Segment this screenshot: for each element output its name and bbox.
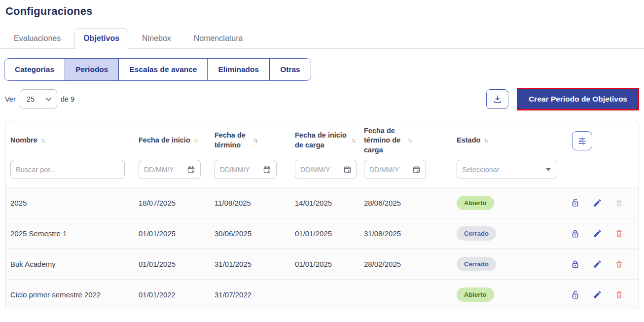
cell-fecha-termino: 31/01/2025: [215, 260, 295, 268]
page-size-select[interactable]: 25: [20, 89, 57, 109]
cell-fecha-termino-carga: 28/06/2025: [364, 199, 457, 207]
delete-icon[interactable]: [614, 229, 624, 238]
column-header-fecha-inicio-carga[interactable]: Fecha de inicio de carga ↑↓: [295, 131, 364, 150]
edit-icon[interactable]: [593, 229, 602, 238]
table-row[interactable]: Buk Academy 01/01/2025 31/01/2025 01/01/…: [5, 249, 639, 279]
toolbar: Ver 25 de 9 Crear Periodo de Objetivos: [5, 88, 639, 110]
chevron-down-icon: [45, 97, 52, 102]
delete-icon[interactable]: [614, 290, 624, 299]
cell-nombre: 2025 Semestre 1: [10, 229, 139, 238]
sort-icon[interactable]: ↑↓: [484, 138, 488, 143]
fecha-termino-carga-date-input[interactable]: [369, 166, 407, 174]
table-filter-row: Seleccionar: [5, 160, 639, 187]
page-size-value: 25: [27, 95, 35, 103]
cell-nombre: Buk Academy: [10, 260, 139, 268]
cell-fecha-inicio: 18/07/2025: [139, 199, 215, 207]
column-header-fecha-termino[interactable]: Fecha de término ↑↓: [215, 131, 295, 150]
sort-icon[interactable]: ↑↓: [253, 138, 257, 143]
lock-icon[interactable]: [571, 198, 580, 208]
subtab-eliminados[interactable]: Eliminados: [207, 59, 269, 80]
calendar-icon[interactable]: [343, 165, 352, 174]
page-title: Configuraciones: [0, 0, 644, 18]
status-badge: Cerrado: [457, 226, 496, 241]
subtab-escalas-de-avance[interactable]: Escalas de avance: [118, 59, 207, 80]
cell-fecha-termino: 11/08/2025: [215, 199, 295, 207]
cell-fecha-inicio: 01/01/2025: [139, 260, 215, 268]
table-row[interactable]: 2025 18/07/2025 11/08/2025 14/01/2025 28…: [5, 187, 639, 218]
status-badge: Abierto: [457, 287, 494, 302]
configurations-page: Configuraciones Evaluaciones Objetivos N…: [0, 0, 644, 322]
calendar-icon[interactable]: [187, 165, 195, 174]
cell-fecha-termino-carga: 28/02/2025: [364, 260, 457, 268]
subtab-otras[interactable]: Otras: [269, 59, 311, 80]
cell-fecha-inicio: 01/01/2022: [139, 290, 215, 299]
cell-nombre: Ciclo primer semestre 2022: [10, 290, 139, 299]
status-badge: Abierto: [457, 196, 494, 210]
tab-objetivos[interactable]: Objetivos: [74, 28, 128, 49]
subtab-group: Categorías Periodos Escalas de avance El…: [4, 58, 311, 81]
fecha-termino-carga-filter: [364, 160, 426, 179]
column-settings-button[interactable]: [572, 131, 592, 150]
lock-icon[interactable]: [571, 229, 580, 239]
periods-table: Nombre ↑↓ Fecha de inicio ↑↓ Fecha de té…: [5, 121, 639, 310]
highlight-border: Crear Periodo de Objetivos: [517, 88, 639, 110]
cell-fecha-termino: 31/07/2022: [215, 290, 295, 299]
table-row[interactable]: 2025 Semestre 1 01/01/2025 30/06/2025 01…: [5, 218, 639, 249]
calendar-icon[interactable]: [263, 165, 271, 174]
column-header-fecha-termino-carga[interactable]: Fecha de término de carga ↑↓: [364, 126, 457, 155]
cell-fecha-inicio-carga: 14/01/2025: [295, 199, 364, 207]
tab-ninebox[interactable]: Ninebox: [133, 28, 180, 49]
sort-icon[interactable]: ↑↓: [352, 138, 356, 143]
page-size-label: Ver: [5, 95, 16, 103]
sliders-icon: [577, 136, 587, 145]
fecha-termino-date-input[interactable]: [220, 166, 257, 174]
fecha-termino-filter: [215, 160, 277, 179]
subtab-categorias[interactable]: Categorías: [4, 59, 65, 80]
tab-evaluaciones[interactable]: Evaluaciones: [5, 28, 70, 49]
edit-icon[interactable]: [593, 198, 602, 208]
search-input[interactable]: [16, 166, 119, 174]
sort-icon[interactable]: ↑↓: [194, 138, 198, 143]
download-icon: [493, 94, 502, 104]
edit-icon[interactable]: [593, 259, 602, 269]
estado-filter-select[interactable]: Seleccionar: [457, 160, 557, 179]
edit-icon[interactable]: [593, 290, 602, 299]
column-header-fecha-inicio[interactable]: Fecha de inicio ↑↓: [139, 136, 215, 145]
dropdown-caret-icon: [546, 168, 551, 171]
cell-fecha-inicio-carga: 01/01/2025: [295, 260, 364, 268]
table-header-row: Nombre ↑↓ Fecha de inicio ↑↓ Fecha de té…: [5, 121, 639, 160]
fecha-inicio-filter: [139, 160, 201, 179]
cell-fecha-inicio: 01/01/2025: [139, 229, 215, 238]
calendar-icon[interactable]: [412, 165, 421, 174]
delete-icon[interactable]: [614, 259, 624, 269]
fecha-inicio-carga-date-input[interactable]: [300, 166, 338, 174]
search-filter: [10, 160, 125, 179]
delete-icon[interactable]: [614, 198, 624, 208]
fecha-inicio-date-input[interactable]: [144, 166, 181, 174]
download-button[interactable]: [486, 89, 508, 109]
table-row[interactable]: Ciclo primer semestre 2022 01/01/2022 31…: [5, 279, 639, 310]
column-header-estado[interactable]: Estado ↑↓: [457, 136, 559, 145]
status-badge: Cerrado: [457, 257, 496, 271]
cell-fecha-termino-carga: 31/08/2025: [364, 229, 457, 238]
lock-icon[interactable]: [571, 259, 580, 269]
column-header-nombre[interactable]: Nombre ↑↓: [10, 136, 139, 145]
lock-icon[interactable]: [571, 290, 580, 300]
main-tab-bar: Evaluaciones Objetivos Ninebox Nomenclat…: [0, 28, 644, 49]
total-count-label: de 9: [61, 95, 74, 103]
subtab-periodos[interactable]: Periodos: [65, 59, 118, 80]
fecha-inicio-carga-filter: [295, 160, 357, 179]
cell-nombre: 2025: [10, 199, 139, 207]
tab-nomenclatura[interactable]: Nomenclatura: [185, 28, 252, 49]
cell-fecha-inicio-carga: 01/01/2025: [295, 229, 364, 238]
sort-icon[interactable]: ↑↓: [408, 138, 412, 143]
cell-fecha-termino: 30/06/2025: [215, 229, 295, 238]
create-period-button[interactable]: Crear Periodo de Objetivos: [518, 89, 638, 109]
sort-icon[interactable]: ↑↓: [41, 138, 45, 143]
